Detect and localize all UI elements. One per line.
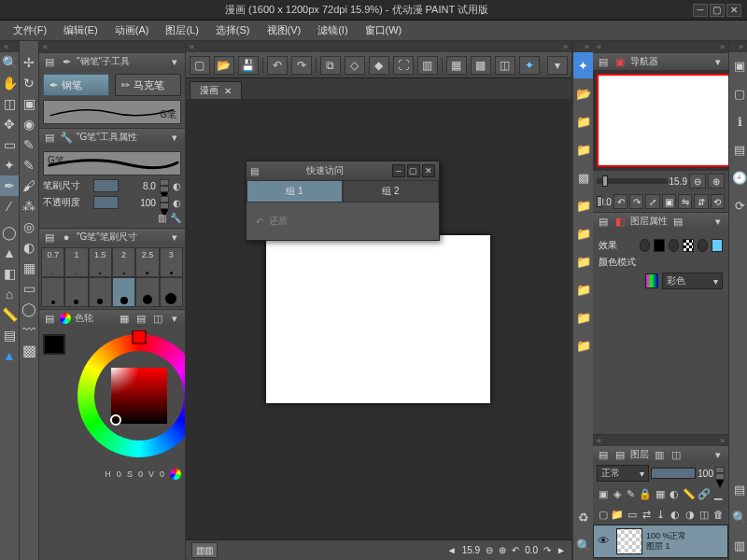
- nav-zoom-slider[interactable]: [597, 178, 668, 184]
- hand-tool-icon[interactable]: ✋: [0, 73, 19, 93]
- text-tool-icon[interactable]: ⌂: [0, 284, 19, 304]
- panel-menu-icon[interactable]: ▤: [597, 448, 610, 461]
- clear-icon[interactable]: ◇: [345, 56, 365, 75]
- brushsize-cell[interactable]: 1.5: [89, 247, 112, 277]
- brushsize-cell[interactable]: [135, 277, 159, 307]
- maximize-button[interactable]: ▢: [710, 4, 725, 17]
- subtool-marker-button[interactable]: ✏马克笔: [115, 74, 181, 96]
- effect-tone-toggle[interactable]: [669, 239, 680, 252]
- anim-timeline-icon[interactable]: ▥▥: [191, 542, 218, 558]
- vtab-folder-icon[interactable]: 📁: [573, 136, 594, 162]
- color-tab-icon[interactable]: ▦: [118, 312, 131, 325]
- new-doc-icon[interactable]: ▢: [190, 56, 210, 75]
- layers-tab-icon[interactable]: ◫: [669, 448, 683, 461]
- nav-flip-h-icon[interactable]: ⇋: [678, 194, 692, 209]
- collapse-far-right[interactable]: »: [729, 41, 747, 52]
- layers-tab-icon[interactable]: ▥: [653, 448, 666, 461]
- panel-menu-icon[interactable]: ▤: [597, 55, 610, 68]
- dialog-close-icon[interactable]: ✕: [422, 164, 435, 177]
- lasso-tool-icon[interactable]: ◉: [20, 114, 38, 134]
- brush-size-slider[interactable]: [93, 179, 119, 192]
- doc-tab-close-icon[interactable]: ✕: [224, 86, 232, 96]
- transform-icon[interactable]: ⛶: [393, 56, 414, 75]
- menu-anim[interactable]: 动画(A): [107, 21, 157, 39]
- selectpen-tool-icon[interactable]: ✎: [20, 134, 38, 155]
- brushsize-cell[interactable]: [41, 277, 64, 307]
- brush-pressure-icon[interactable]: ◐: [173, 181, 181, 191]
- vtab-pattern-icon[interactable]: ▩: [573, 164, 594, 190]
- bucket-tool-icon[interactable]: ▲: [0, 243, 19, 263]
- effect-color-toggle[interactable]: [698, 239, 709, 252]
- panel-menu-icon[interactable]: ▤: [597, 215, 610, 228]
- dialog-tab-2[interactable]: 组 2: [343, 180, 439, 203]
- collapse-right-top[interactable]: « »: [593, 41, 728, 52]
- navigator-body[interactable]: [593, 70, 728, 171]
- snap-icon[interactable]: ▦: [446, 56, 467, 75]
- vtab-folder-icon[interactable]: 📁: [573, 332, 594, 358]
- dialog-max-icon[interactable]: ▢: [407, 164, 420, 177]
- airbrush-tool-icon[interactable]: ⁂: [20, 196, 38, 217]
- vtab-anim-icon[interactable]: ▥: [729, 532, 747, 558]
- nav-zoom-in-icon[interactable]: ⊕: [708, 174, 725, 189]
- nav-zoom-out-icon[interactable]: ⊖: [689, 174, 706, 189]
- nav-reset-icon[interactable]: ⟲: [711, 194, 725, 209]
- brushsize-cell[interactable]: [64, 277, 88, 307]
- status-rot-right-icon[interactable]: ↷: [543, 545, 551, 555]
- pen-tool-icon[interactable]: ✒: [0, 175, 19, 196]
- panel-opts-icon[interactable]: ▾: [712, 448, 725, 461]
- perspective-tool-icon[interactable]: ◫: [0, 93, 19, 114]
- layer-color-icon[interactable]: ▁: [712, 486, 725, 501]
- vtab-search-icon[interactable]: 🔍: [729, 504, 747, 530]
- deco-tool-icon[interactable]: ◎: [20, 217, 38, 237]
- vtab-search-icon[interactable]: 🔍: [573, 532, 594, 558]
- effect-color-swatch[interactable]: [712, 239, 723, 252]
- panel-menu-icon[interactable]: ▤: [43, 55, 56, 68]
- marquee-tool-icon[interactable]: ▭: [0, 134, 19, 155]
- blend-tool-icon[interactable]: ◐: [20, 237, 38, 258]
- subtool-pen-button[interactable]: ✒钢笔: [43, 74, 109, 96]
- brush-tool-icon[interactable]: 🖌: [20, 175, 38, 196]
- gradient-tool-icon[interactable]: ▦: [20, 258, 38, 278]
- eraser-tool-icon[interactable]: ◧: [0, 263, 19, 284]
- layer-item[interactable]: 👁 100 %正常 图层 1: [593, 525, 728, 558]
- canvas-area[interactable]: ▤ 快速访问 ─ ▢ ✕ 组 1 组 2 ↶ 还原: [186, 99, 571, 539]
- status-right-icon[interactable]: ►: [557, 545, 566, 555]
- panel-opts-icon[interactable]: ▾: [168, 55, 181, 68]
- brushsize-header[interactable]: ▤ ● "G笔"笔刷尺寸 ▾: [39, 229, 185, 245]
- vtab-trash-icon[interactable]: ♻: [573, 504, 594, 530]
- status-zoom-out-icon[interactable]: ⊖: [486, 545, 493, 555]
- panel-opts-icon[interactable]: ▾: [712, 215, 725, 228]
- menu-edit[interactable]: 编辑(E): [56, 21, 106, 39]
- menu-window[interactable]: 窗口(W): [358, 21, 410, 39]
- undo-icon[interactable]: ↶: [267, 56, 288, 75]
- navigator-header[interactable]: ▤ ▣ 导航器 ▾: [593, 53, 728, 70]
- opacity-slider[interactable]: [93, 196, 119, 209]
- grid-icon[interactable]: ▩: [471, 56, 491, 75]
- vtab-folder-icon[interactable]: 📁: [573, 248, 594, 274]
- toolprops-header[interactable]: ▤ 🔧 "G笔"工具属性 ▾: [39, 129, 185, 146]
- redo-icon[interactable]: ↷: [291, 56, 312, 75]
- save-doc-icon[interactable]: 💾: [238, 56, 259, 75]
- new-folder-icon[interactable]: 📁: [611, 507, 624, 522]
- vtab-folder-icon[interactable]: 📁: [573, 192, 594, 218]
- layers-header[interactable]: ▤ ▤ 图层 ▥ ◫ ▾: [593, 446, 728, 463]
- layerprops-header[interactable]: ▤ ◧ 图层属性 ▤ ▾: [593, 213, 728, 230]
- operation-tool-icon[interactable]: ▣: [20, 93, 38, 114]
- panel-menu-icon[interactable]: ▤: [43, 131, 56, 144]
- merge-icon[interactable]: ⤓: [655, 507, 667, 522]
- close-button[interactable]: ✕: [726, 4, 741, 17]
- nav-100-icon[interactable]: ▣: [662, 194, 676, 209]
- layer-lockpx-icon[interactable]: ▦: [654, 486, 666, 501]
- layer-mask-icon[interactable]: ◐: [669, 486, 681, 501]
- effect-tone-swatch[interactable]: [683, 239, 694, 252]
- menu-file[interactable]: 文件(F): [6, 21, 54, 39]
- pencil-tool-icon[interactable]: ✎: [20, 155, 38, 175]
- new-frame-icon[interactable]: ▭: [626, 507, 638, 522]
- vtab-nav-icon[interactable]: ▣: [729, 52, 747, 78]
- nav-fit-icon[interactable]: ⤢: [645, 194, 659, 209]
- ruler-tool-icon[interactable]: 📏: [0, 304, 19, 325]
- open-doc-icon[interactable]: 📂: [214, 56, 234, 75]
- subtool-panel-header[interactable]: ▤ ✒ "钢笔"子工具 ▾: [39, 53, 185, 70]
- navigator-preview[interactable]: [597, 74, 728, 167]
- vtab-folder-icon[interactable]: 📁: [573, 304, 594, 330]
